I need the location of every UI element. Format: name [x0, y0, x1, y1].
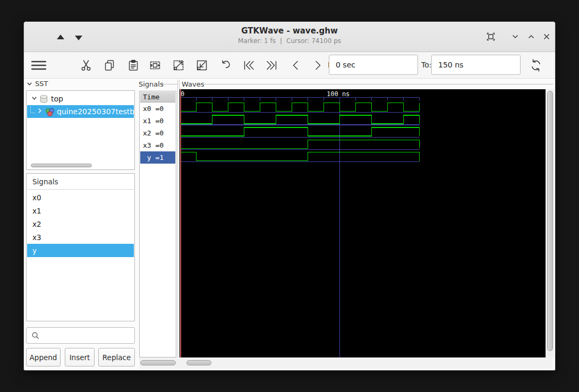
waves-vscroll-thumb[interactable]: [547, 91, 553, 351]
zoom-fit-icon: [148, 59, 162, 72]
signal-list-item-x1[interactable]: x1: [27, 204, 134, 217]
window-title: GTKWave - wave.ghw: [24, 26, 555, 36]
sst-label: SST: [35, 80, 48, 88]
module-cylinder-icon: [39, 95, 48, 104]
zoom-in-button[interactable]: [169, 56, 188, 75]
minimize-button[interactable]: [509, 31, 521, 42]
undo-button[interactable]: [216, 56, 235, 75]
hamburger-menu-icon: [31, 59, 46, 72]
value-row-x0[interactable]: x0 =0: [140, 103, 175, 115]
desktop-background: GTKWave - wave.ghw Marker: 1 fs|Cursor: …: [0, 0, 579, 392]
undo-arrow-icon: [219, 59, 232, 72]
expander-chevron-down-icon[interactable]: [31, 95, 38, 103]
cursor-status: Cursor: 74100 ps: [284, 37, 343, 45]
value-row-x3[interactable]: x3 =0: [140, 139, 175, 151]
search-icon: [31, 331, 40, 340]
to-input[interactable]: [431, 55, 521, 75]
reload-button[interactable]: [526, 56, 546, 75]
reload-icon: [529, 58, 543, 72]
go-to-start-button[interactable]: [239, 56, 258, 75]
marker-status: Marker: 1 fs: [236, 37, 278, 45]
signal-search-box: [26, 327, 135, 344]
status-divider: |: [278, 37, 284, 45]
title-block: GTKWave - wave.ghw Marker: 1 fs|Cursor: …: [24, 26, 555, 45]
insert-button[interactable]: Insert: [65, 348, 95, 367]
values-hscroll-thumb[interactable]: [140, 360, 176, 365]
zoom-out-button[interactable]: [192, 56, 211, 75]
signal-browser-panel: Signals x0 x1 x2 x3 y: [26, 173, 135, 321]
chevron-down-icon: [510, 32, 520, 41]
tree-item-label: top: [51, 95, 63, 103]
sst-expander[interactable]: SST: [26, 80, 48, 88]
time-column-header[interactable]: Time: [140, 92, 175, 103]
fullscreen-icon: [486, 32, 496, 41]
replace-button[interactable]: Replace: [98, 348, 135, 367]
wave-display[interactable]: 0 100 ns: [180, 89, 546, 357]
value-row-x2[interactable]: x2 =0: [140, 127, 175, 139]
values-frame-line: [162, 84, 177, 84]
values-frame-label: Signals: [139, 80, 164, 88]
tree-item-label: quine20250307testbench: [57, 107, 134, 116]
tree-hscroll-thumb[interactable]: [31, 164, 92, 167]
chevron-left-icon: [289, 59, 302, 72]
zoom-fit-button[interactable]: [146, 56, 165, 75]
go-to-end-button[interactable]: [262, 56, 282, 75]
fullscreen-button[interactable]: [485, 31, 497, 42]
cut-button[interactable]: [76, 56, 96, 75]
close-button[interactable]: [541, 31, 552, 42]
append-button[interactable]: Append: [26, 348, 61, 367]
waves-frame-label: Waves: [182, 80, 204, 88]
zoom-in-icon: [172, 59, 185, 72]
tree-item-top[interactable]: top: [27, 92, 134, 105]
copy-icon: [103, 59, 116, 72]
status-line: Marker: 1 fs|Cursor: 74100 ps: [24, 37, 555, 45]
to-label: To:: [421, 61, 431, 69]
value-row-x1[interactable]: x1 =0: [140, 115, 175, 127]
toolbar: From: To:: [24, 52, 555, 79]
from-input[interactable]: [329, 55, 418, 75]
paste-icon: [127, 59, 140, 72]
signal-list-item-x2[interactable]: x2: [27, 217, 134, 231]
signal-list-item-y[interactable]: y: [27, 244, 134, 257]
tree-item-testbench[interactable]: quine20250307testbench: [27, 105, 134, 118]
waveform-traces: [180, 89, 546, 357]
chevron-right-icon: [311, 59, 324, 72]
prev-edge-button[interactable]: [286, 56, 305, 75]
gtkwave-window: GTKWave - wave.ghw Marker: 1 fs|Cursor: …: [23, 21, 556, 371]
next-edge-button[interactable]: [308, 56, 327, 75]
sst-tree-panel: top quine20250307testbench: [26, 90, 135, 170]
close-icon: [542, 32, 551, 41]
waves-hscroll-thumb[interactable]: [186, 360, 211, 365]
chevron-up-icon: [526, 32, 536, 41]
scissors-icon: [80, 59, 92, 72]
zoom-out-icon: [195, 59, 209, 72]
signals-column-header[interactable]: Signals: [27, 174, 134, 190]
skip-to-start-icon: [242, 59, 256, 72]
tree-guide-line: [30, 106, 35, 113]
waves-frame-line: [204, 84, 553, 84]
signal-values-panel: Time x0 =0 x1 =0 x2 =0 x3 =0 y =1: [139, 91, 176, 357]
copy-button[interactable]: [100, 56, 119, 75]
chevron-down-icon: [26, 80, 33, 87]
menu-button[interactable]: [29, 56, 48, 75]
titlebar: GTKWave - wave.ghw Marker: 1 fs|Cursor: …: [24, 22, 555, 52]
signal-list-item-x0[interactable]: x0: [27, 191, 134, 204]
signal-list-item-x3[interactable]: x3: [27, 231, 134, 244]
maximize-button[interactable]: [525, 31, 537, 42]
value-row-y[interactable]: y =1: [140, 151, 175, 164]
expander-chevron-right-icon[interactable]: [36, 107, 43, 116]
design-unit-icon: [45, 107, 55, 116]
skip-to-end-icon: [265, 59, 279, 72]
signal-search-input[interactable]: [43, 331, 134, 340]
paste-button[interactable]: [124, 56, 143, 75]
